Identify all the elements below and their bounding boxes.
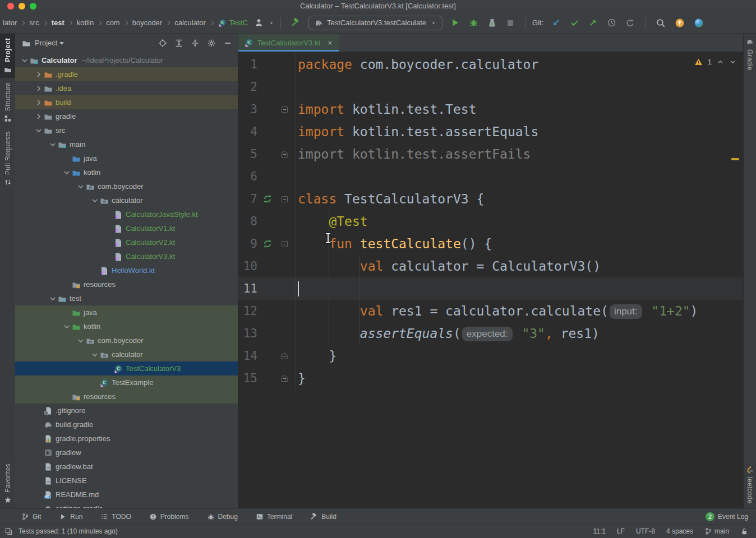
user-icon[interactable] xyxy=(254,18,264,27)
tree-item-gradlew[interactable]: gradlew xyxy=(15,446,238,460)
code-line-7[interactable]: 7class TestCalculatorV3 { xyxy=(238,188,743,210)
code-line-11[interactable]: 11 xyxy=(238,277,743,300)
code-line-10[interactable]: 10 val calculator = CalculatorV3() xyxy=(238,255,743,277)
tree-item-calculator[interactable]: calculator xyxy=(15,193,238,207)
fold-marker-icon[interactable] xyxy=(282,375,288,382)
git-commit-button[interactable] xyxy=(570,18,579,27)
run-button[interactable] xyxy=(450,18,460,27)
tool-window-bar-run[interactable]: Run xyxy=(59,513,82,521)
tree-item-java[interactable]: java xyxy=(15,151,238,165)
expand-all-button[interactable] xyxy=(174,39,183,48)
chevron-right-icon[interactable] xyxy=(34,98,43,107)
settings-gear-icon[interactable] xyxy=(207,39,216,48)
code-line-15[interactable]: 15} xyxy=(238,367,743,389)
close-window-button[interactable] xyxy=(7,3,14,10)
chevron-down-icon[interactable] xyxy=(59,42,64,45)
fold-marker-icon[interactable] xyxy=(282,353,288,359)
event-log-button[interactable]: 2 Event Log xyxy=(706,512,748,521)
tool-window-bar-terminal[interactable]: Terminal xyxy=(256,513,292,521)
run-configuration-select[interactable]: TestCalculatorV3.testCalculate xyxy=(308,16,442,30)
tree-item-kotlin[interactable]: kotlin xyxy=(15,165,238,179)
rollback-button[interactable] xyxy=(625,18,635,27)
tool-window-button-structure[interactable]: Structure xyxy=(0,78,15,127)
tree-item-calculatorv1-kt[interactable]: CalculatorV1.kt xyxy=(15,221,238,235)
code-line-3[interactable]: 3import kotlin.test.Test xyxy=(238,98,743,120)
history-button[interactable] xyxy=(607,18,616,27)
tree-item-testexample[interactable]: TestExample xyxy=(15,375,238,389)
tree-item-calculatorv2-kt[interactable]: CalculatorV2.kt xyxy=(15,235,238,249)
tool-window-button-gradle[interactable]: Gradle xyxy=(744,34,756,75)
tool-window-bar-debug[interactable]: Debug xyxy=(207,513,238,521)
tool-window-bar-todo[interactable]: TODO xyxy=(100,513,131,521)
run-test-icon[interactable] xyxy=(263,194,272,203)
search-everywhere-button[interactable] xyxy=(656,18,666,28)
minimize-window-button[interactable] xyxy=(19,3,25,10)
chevron-down-icon[interactable] xyxy=(90,350,99,359)
tool-window-bar-build[interactable]: Build xyxy=(310,513,336,521)
breadcrumb-item-boycoder[interactable]: boycoder xyxy=(131,18,164,27)
debug-button[interactable] xyxy=(469,18,478,27)
code-with-me-icon[interactable] xyxy=(694,18,704,28)
chevron-down-icon[interactable] xyxy=(48,294,57,303)
code-line-12[interactable]: 12 val res1 = calculator.calculate(input… xyxy=(238,300,743,322)
breadcrumb-item-src[interactable]: src xyxy=(27,18,40,27)
code-line-5[interactable]: 5import kotlin.test.assertFails xyxy=(238,143,743,165)
chevron-up-icon[interactable] xyxy=(717,58,724,66)
code-line-6[interactable]: 6 xyxy=(238,165,743,188)
tree-item-kotlin[interactable]: kotlin xyxy=(15,319,238,333)
tool-window-button-pull-requests[interactable]: Pull Requests xyxy=(0,127,15,191)
tree-item-com-boycoder[interactable]: com.boycoder xyxy=(15,333,238,347)
git-push-button[interactable] xyxy=(588,18,598,27)
git-branch-widget[interactable]: main xyxy=(704,527,729,535)
tree-item-test[interactable]: test xyxy=(15,291,238,305)
tree-item-resources[interactable]: resources xyxy=(15,389,238,404)
unlock-icon[interactable] xyxy=(740,527,748,535)
chevron-down-icon[interactable] xyxy=(90,196,99,205)
code-line-8[interactable]: 8 @Test xyxy=(238,210,743,233)
breadcrumb-item-test[interactable]: test xyxy=(50,18,66,27)
breadcrumb-item-com[interactable]: com xyxy=(104,18,122,27)
tool-window-bar-problems[interactable]: Problems xyxy=(149,513,189,521)
tool-window-button-favorites[interactable]: Favorites xyxy=(0,459,15,508)
chevron-right-icon[interactable] xyxy=(34,70,43,79)
tool-window-bar-git[interactable]: Git xyxy=(21,513,41,521)
chevron-down-icon[interactable] xyxy=(76,182,85,191)
zoom-window-button[interactable] xyxy=(30,3,36,10)
update-notification-icon[interactable] xyxy=(675,18,685,28)
tree-item-build-gradle[interactable]: build.gradle xyxy=(15,418,238,432)
tree-item-gradlew-bat[interactable]: gradlew.bat xyxy=(15,460,238,474)
breadcrumb-item-calculator[interactable]: calculator xyxy=(173,18,208,27)
indent-setting[interactable]: 4 spaces xyxy=(666,527,693,535)
project-panel-title[interactable]: Project xyxy=(35,39,57,47)
tree-item-calculatorv3-kt[interactable]: CalculatorV3.kt xyxy=(15,249,238,263)
code-line-4[interactable]: 4import kotlin.test.assertEquals xyxy=(238,120,743,143)
code-line-14[interactable]: 14 } xyxy=(238,345,743,367)
hide-panel-button[interactable] xyxy=(223,39,232,48)
chevron-down-icon[interactable] xyxy=(20,56,29,65)
tree-item-license[interactable]: LICENSE xyxy=(15,474,238,488)
file-encoding[interactable]: UTF-8 xyxy=(636,527,655,535)
tree-item-src[interactable]: src xyxy=(15,123,238,137)
tree-item-readme-md[interactable]: MDREADME.md xyxy=(15,488,238,502)
tree-item-gradle[interactable]: gradle xyxy=(15,109,238,123)
tree-item-calculator[interactable]: Calculator~/IdeaProjects/Calculator xyxy=(15,53,238,67)
tool-window-button-project[interactable]: Project xyxy=(0,34,15,78)
tree-item-main[interactable]: main xyxy=(15,137,238,151)
chevron-right-icon[interactable] xyxy=(34,112,43,121)
select-opened-file-button[interactable] xyxy=(158,39,167,48)
breadcrumb-item-kotlin[interactable]: kotlin xyxy=(75,18,95,27)
code-line-9[interactable]: 9 fun testCalculate() { xyxy=(238,233,743,255)
fold-marker-icon[interactable] xyxy=(282,106,288,113)
tree-item-calculator[interactable]: calculator xyxy=(15,347,238,361)
tool-window-button-leetcode[interactable]: leetcode xyxy=(744,461,756,508)
tree-item-calculatorjavastyle-kt[interactable]: CalculatorJavaStyle.kt xyxy=(15,207,238,221)
tree-item-resources[interactable]: resources xyxy=(15,277,238,291)
code-line-13[interactable]: 13 assertEquals(expected: "3", res1) xyxy=(238,322,743,345)
collapse-all-button[interactable] xyxy=(191,39,200,48)
tree-item-testcalculatorv3[interactable]: TestCalculatorV3 xyxy=(15,361,238,375)
status-message[interactable]: Tests passed: 1 (10 minutes ago) xyxy=(19,527,118,535)
run-with-coverage-button[interactable] xyxy=(487,18,497,27)
chevron-down-icon[interactable] xyxy=(62,168,71,177)
code-line-2[interactable]: 2 xyxy=(238,76,743,98)
close-icon[interactable] xyxy=(326,39,334,47)
